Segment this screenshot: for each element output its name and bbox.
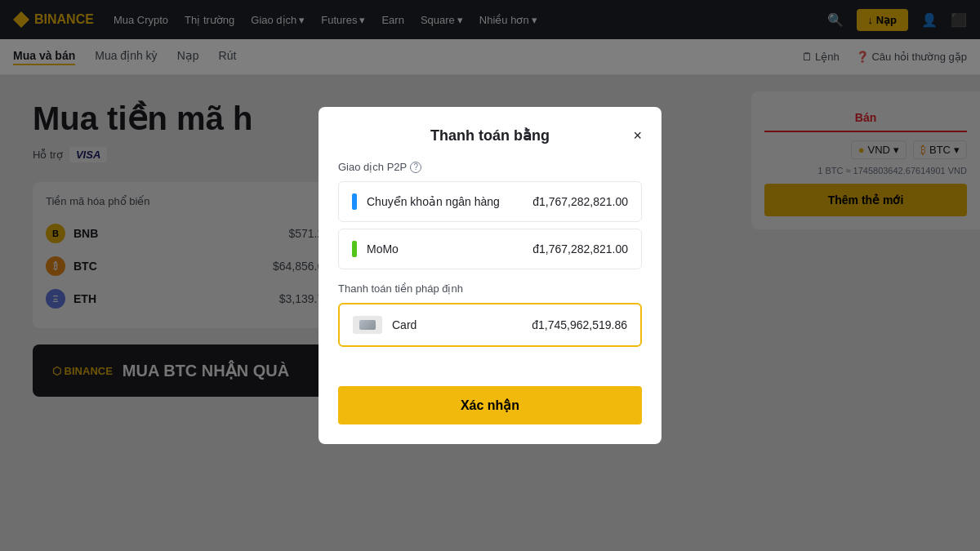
- bank-transfer-amount: đ1,767,282,821.00: [532, 195, 628, 208]
- momo-amount: đ1,767,282,821.00: [532, 242, 628, 256]
- bank-icon: [352, 193, 357, 210]
- card-option[interactable]: Card đ1,745,962,519.86: [338, 303, 642, 347]
- momo-name: MoMo: [367, 242, 523, 256]
- payment-modal: Thanh toán bằng × Giao dịch P2P ? Chuyển…: [318, 107, 662, 444]
- card-icon: [353, 316, 382, 334]
- momo-icon: [352, 241, 357, 257]
- bank-transfer-name: Chuyển khoản ngân hàng: [367, 195, 523, 208]
- fiat-section-title: Thanh toán tiền pháp định: [338, 282, 642, 295]
- card-icon-inner: [359, 320, 376, 330]
- modal-spacer: [338, 353, 642, 386]
- modal-close-button[interactable]: ×: [633, 128, 642, 143]
- card-amount: đ1,745,962,519.86: [532, 318, 627, 331]
- bank-transfer-option[interactable]: Chuyển khoản ngân hàng đ1,767,282,821.00: [338, 181, 642, 222]
- p2p-section-title: Giao dịch P2P ?: [338, 161, 642, 173]
- momo-option[interactable]: MoMo đ1,767,282,821.00: [338, 229, 642, 269]
- confirm-button[interactable]: Xác nhận: [338, 386, 642, 424]
- p2p-help-icon[interactable]: ?: [410, 162, 421, 173]
- card-name: Card: [392, 318, 522, 331]
- modal-header: Thanh toán bằng ×: [338, 127, 642, 144]
- modal-title: Thanh toán bằng: [430, 127, 550, 144]
- modal-overlay[interactable]: Thanh toán bằng × Giao dịch P2P ? Chuyển…: [0, 0, 980, 551]
